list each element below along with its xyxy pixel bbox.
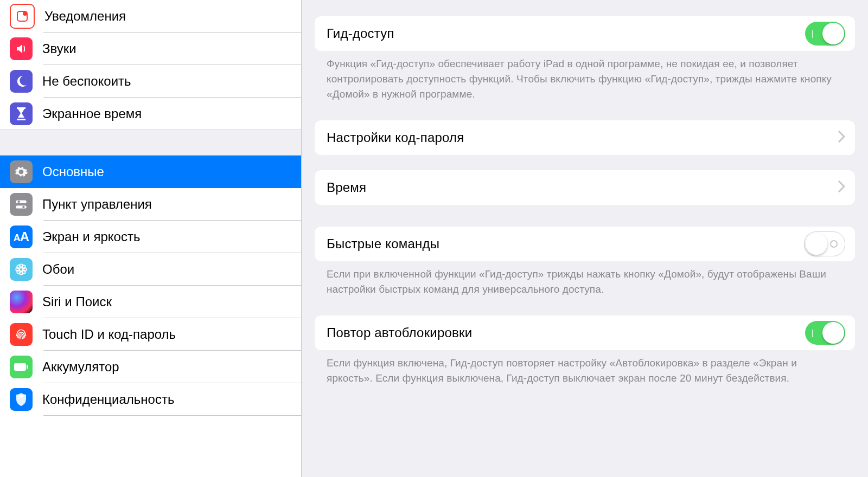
sidebar-item-label: Экран и яркость [42, 229, 140, 244]
sidebar-item-dnd[interactable]: Не беспокоить [0, 65, 301, 98]
sidebar-item-screen-time[interactable]: Экранное время [0, 98, 301, 130]
screen-time-icon [10, 102, 33, 125]
svg-rect-2 [16, 200, 27, 203]
sidebar-item-label: Siri и Поиск [42, 294, 112, 310]
sidebar-item-control-center[interactable]: Пункт управления [0, 188, 301, 221]
display-icon: AA [10, 225, 33, 248]
cell-time-limits[interactable]: Время [315, 170, 855, 205]
svg-point-4 [18, 201, 20, 203]
sidebar-item-privacy[interactable]: Конфиденциальность [0, 383, 301, 416]
sidebar-item-general[interactable]: Основные [0, 156, 301, 188]
svg-rect-16 [27, 365, 28, 369]
chevron-right-icon [838, 130, 845, 145]
cell-title: Гид-доступ [327, 26, 394, 41]
cell-accessibility-shortcut[interactable]: Быстрые команды [315, 227, 855, 261]
notifications-icon [10, 4, 35, 29]
settings-screen: Уведомления Звуки Не беспокоить Экранное… [0, 0, 868, 477]
sidebar-item-label: Конфиденциальность [42, 392, 174, 407]
cell-title: Быстрые команды [327, 236, 439, 252]
sounds-icon [10, 37, 33, 60]
sidebar-item-label: Пункт управления [42, 197, 152, 212]
footer-accessibility-shortcut: Если при включенной функции «Гид-доступ»… [315, 261, 855, 311]
wallpaper-icon [10, 258, 33, 281]
toggle-accessibility-shortcut[interactable] [804, 231, 845, 256]
svg-point-1 [23, 11, 27, 16]
touchid-icon [10, 323, 33, 346]
sidebar-item-sounds[interactable]: Звуки [0, 33, 301, 65]
sidebar-item-label: Аккумулятор [42, 359, 119, 375]
cell-guided-access[interactable]: Гид-доступ | [315, 16, 855, 51]
cell-title: Настройки код-пароля [327, 130, 464, 145]
chevron-right-icon [838, 180, 845, 195]
sidebar-item-label: Touch ID и код-пароль [42, 327, 176, 342]
cell-mirror-autolock[interactable]: Повтор автоблокировки | [315, 315, 855, 350]
siri-icon [10, 291, 33, 313]
sidebar-item-label: Основные [42, 164, 104, 179]
dnd-icon [10, 70, 33, 93]
sidebar-item-notifications[interactable]: Уведомления [0, 0, 301, 33]
privacy-icon [10, 388, 33, 411]
sidebar-item-label: Уведомления [44, 9, 126, 24]
battery-icon [10, 356, 33, 378]
sidebar-item-siri[interactable]: Siri и Поиск [0, 286, 301, 318]
footer-mirror-autolock: Если функция включена, Гид-доступ повтор… [315, 350, 855, 400]
cell-passcode-settings[interactable]: Настройки код-пароля [315, 120, 855, 155]
cell-title: Повтор автоблокировки [327, 325, 472, 340]
sidebar-item-label: Обои [42, 262, 74, 277]
cell-title: Время [327, 180, 366, 195]
sidebar-item-touchid[interactable]: Touch ID и код-пароль [0, 318, 301, 351]
sidebar-item-wallpaper[interactable]: Обои [0, 253, 301, 286]
footer-guided-access: Функция «Гид-доступ» обеспечивает работу… [315, 51, 855, 116]
control-center-icon [10, 193, 33, 216]
sidebar-item-label: Экранное время [42, 106, 142, 121]
toggle-mirror-autolock[interactable]: | [805, 321, 845, 345]
sidebar-group-separator [0, 130, 301, 156]
toggle-guided-access[interactable]: | [805, 22, 845, 46]
svg-rect-15 [14, 363, 26, 371]
svg-rect-3 [16, 205, 27, 208]
sidebar-item-display[interactable]: AA Экран и яркость [0, 221, 301, 253]
general-icon [10, 160, 33, 183]
sidebar-item-battery[interactable]: Аккумулятор [0, 351, 301, 383]
sidebar: Уведомления Звуки Не беспокоить Экранное… [0, 0, 302, 477]
detail-pane: Гид-доступ | Функция «Гид-доступ» обеспе… [302, 0, 868, 477]
sidebar-item-label: Не беспокоить [42, 74, 131, 89]
svg-point-5 [22, 206, 24, 208]
sidebar-item-label: Звуки [42, 41, 76, 56]
